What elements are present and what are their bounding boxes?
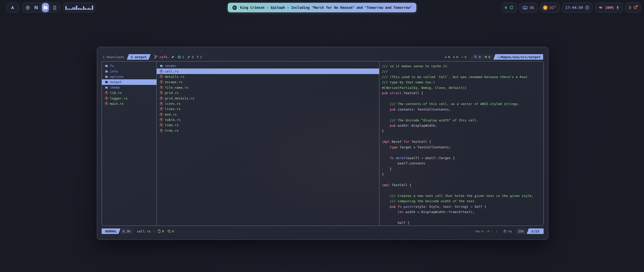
file-name: time.rs bbox=[165, 123, 179, 127]
file-row[interactable]: Rtime.rs bbox=[157, 122, 379, 128]
file-row[interactable]: Rcell.rs bbox=[157, 69, 379, 74]
file-name: lines.rs bbox=[165, 107, 181, 111]
file-row[interactable]: Rtree.rs bbox=[157, 128, 379, 133]
rust-file-icon: R bbox=[105, 97, 108, 100]
file-row[interactable]: info bbox=[102, 69, 156, 74]
file-name: tree.rs bbox=[165, 129, 179, 132]
rust-file-icon: R bbox=[160, 80, 163, 84]
file-row[interactable]: Ricons.rs bbox=[157, 101, 379, 106]
visualizer-bar bbox=[85, 8, 86, 10]
file-name: fs bbox=[110, 64, 114, 68]
code-line: /// The Unicode “display width” of this … bbox=[382, 118, 543, 123]
rust-file-icon: R bbox=[160, 118, 163, 121]
visualizer-bar bbox=[90, 9, 91, 10]
current-pane: renderRcell.rsRdetails.rsRescape.rsRfile… bbox=[156, 61, 379, 226]
search-count: 0 bbox=[479, 55, 481, 59]
launcher-button[interactable] bbox=[6, 3, 19, 13]
test-tube-icon bbox=[171, 55, 175, 59]
audio-widget[interactable]: 100% bbox=[595, 3, 623, 13]
pane-container: fsinfooptionsoutputthemeRlib.rsRlogger.r… bbox=[102, 61, 544, 226]
file-name: output bbox=[110, 80, 122, 84]
file-name: table.rs bbox=[165, 118, 181, 122]
file-row[interactable]: Rfile_name.rs bbox=[157, 85, 379, 90]
pencil-icon bbox=[187, 55, 190, 59]
visualizer-bar bbox=[78, 8, 79, 10]
rust-file-icon: R bbox=[160, 97, 163, 100]
task-counter: 0 bbox=[158, 229, 164, 233]
file-row[interactable]: Rlogger.rs bbox=[102, 95, 156, 101]
code-line: impl Deref for TextCell { bbox=[382, 139, 543, 144]
clock-widget[interactable]: 17:44:59 bbox=[562, 3, 593, 13]
visualizer-bar bbox=[67, 9, 68, 10]
scroll-percent: 15% bbox=[515, 228, 527, 234]
file-row[interactable]: Rlines.rs bbox=[157, 106, 379, 112]
status-pill-group: 6 US 31° 17:44:59 100% 3 bbox=[501, 3, 641, 13]
file-row[interactable]: options bbox=[102, 74, 156, 79]
file-name: main.rs bbox=[110, 102, 124, 106]
rust-file-icon: R bbox=[160, 75, 163, 78]
code-line: &self.contents bbox=[382, 161, 543, 166]
code-line bbox=[382, 134, 543, 139]
file-name: theme bbox=[110, 86, 120, 89]
music-title: King Crimson - Epitaph - Including "Marc… bbox=[240, 6, 412, 10]
launcher-arrow-icon bbox=[10, 5, 15, 10]
cursor-position: 2/13 bbox=[527, 228, 544, 234]
file-row[interactable]: Rtable.rs bbox=[157, 117, 379, 122]
yazi-window: 1 Downloads 2 output cafk- 1 bbox=[97, 47, 548, 240]
file-name: grid.rs bbox=[165, 91, 179, 95]
search-icon bbox=[474, 55, 477, 58]
visualizer-bar bbox=[69, 9, 70, 10]
file-row[interactable]: render bbox=[157, 63, 379, 69]
file-row[interactable]: fs bbox=[102, 63, 156, 69]
file-row[interactable]: Rdetails.rs bbox=[157, 74, 379, 79]
document-icon[interactable] bbox=[52, 4, 57, 11]
file-row[interactable]: Rescape.rs bbox=[157, 79, 379, 85]
tab-downloads[interactable]: 1 Downloads bbox=[102, 55, 127, 59]
file-row[interactable]: output bbox=[102, 79, 156, 85]
rust-file-icon: R bbox=[160, 129, 163, 132]
visualizer-bar bbox=[72, 7, 74, 10]
spotify-icon bbox=[232, 5, 237, 10]
code-line: pub contents: TextCellContents, bbox=[382, 107, 543, 112]
file-name: details.rs bbox=[165, 75, 184, 79]
visualizer-bar bbox=[88, 8, 90, 10]
notifications-widget[interactable]: 3 bbox=[625, 3, 641, 13]
folder-icon bbox=[105, 70, 108, 73]
file-row[interactable]: Rmod.rs bbox=[157, 112, 379, 117]
visualizer-bar bbox=[81, 9, 83, 10]
code-line: Self { bbox=[382, 220, 543, 225]
music-widget[interactable]: King Crimson - Epitaph - Including "Marc… bbox=[228, 3, 416, 12]
file-row[interactable]: Rmain.rs bbox=[102, 101, 156, 106]
audio-visualizer[interactable] bbox=[63, 3, 95, 13]
rust-file-icon: R bbox=[160, 70, 163, 73]
added-counter: +0 bbox=[453, 55, 458, 59]
keyboard-layout-widget[interactable]: US bbox=[519, 3, 538, 13]
files-icon[interactable] bbox=[42, 3, 49, 12]
file-row[interactable]: Rlib.rs bbox=[102, 90, 156, 95]
file-name: grid_details.rs bbox=[165, 96, 194, 100]
package-icon bbox=[178, 55, 181, 59]
weather-widget[interactable]: 31° bbox=[540, 3, 559, 13]
visualizer-bars bbox=[65, 5, 93, 10]
file-row[interactable]: Rgrid.rs bbox=[157, 90, 379, 95]
code-line: pub struct TextCell { bbox=[382, 90, 543, 96]
git-box-counter: 1 bbox=[178, 55, 184, 59]
visualizer-bar bbox=[87, 9, 88, 10]
question-icon: ? bbox=[197, 55, 199, 59]
keyboard-icon bbox=[523, 6, 528, 10]
visualizer-bar bbox=[79, 8, 81, 10]
modified-counter: =0 bbox=[445, 55, 450, 59]
updates-count: 6 bbox=[505, 6, 507, 10]
tab-output[interactable]: 2 output bbox=[127, 54, 151, 60]
file-row[interactable]: Rgrid_details.rs bbox=[157, 95, 379, 101]
flag-icon: ⚑ bbox=[485, 55, 487, 59]
file-row[interactable]: theme bbox=[102, 85, 156, 90]
browser-icon[interactable] bbox=[25, 4, 30, 11]
git-status: cafk- bbox=[154, 55, 175, 59]
neovim-icon[interactable]: N bbox=[34, 4, 38, 11]
rust-file-icon: R bbox=[160, 113, 163, 116]
updates-widget[interactable]: 6 bbox=[501, 3, 517, 13]
copy-icon bbox=[168, 230, 171, 233]
removed-counter: −0 bbox=[461, 55, 467, 59]
mode-indicator: NORMAL bbox=[102, 228, 120, 234]
